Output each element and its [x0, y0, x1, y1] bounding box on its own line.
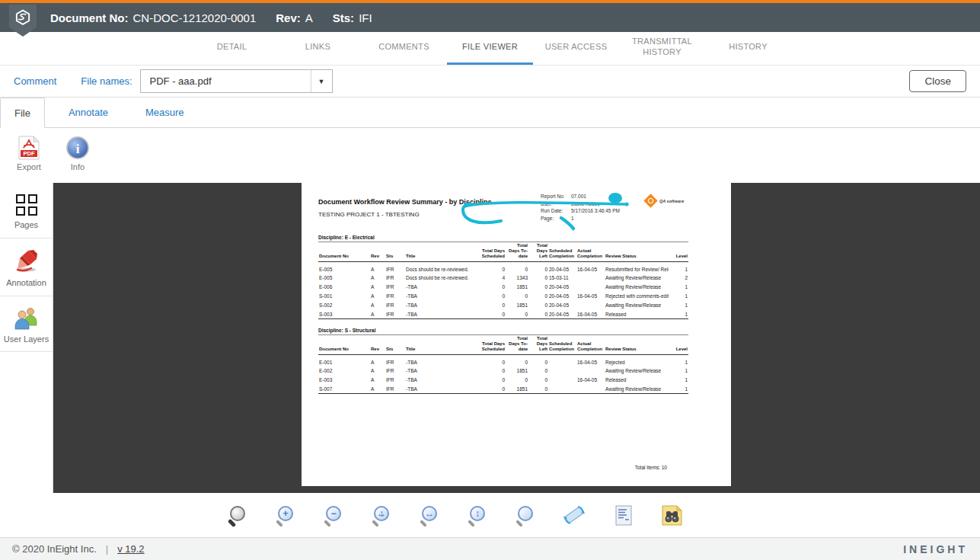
viewer-bottom-toolbar: + − ↔↕ ↔ ↕ — [0, 493, 980, 537]
sts-value: IFI — [359, 11, 372, 24]
version-link[interactable]: v 19.2 — [117, 543, 144, 555]
fit-height-icon[interactable]: ↕ — [467, 504, 485, 526]
qa-software-logo: QA software — [646, 196, 684, 206]
total-items: Total Items: 10 — [635, 465, 667, 470]
users-icon — [13, 306, 40, 330]
export-button[interactable]: PDF Export — [12, 136, 46, 183]
column-header: Level — [669, 334, 688, 354]
document-no-value: CN-DOC-1212020-0001 — [133, 11, 257, 24]
report-row: S-001AIFR-TBA00020-04-0516-04-05Rejected… — [318, 292, 688, 301]
svg-text:i: i — [76, 142, 80, 156]
subtab-annotate[interactable]: Annotate — [55, 98, 122, 127]
tab-transmittal-history[interactable]: TRANSMITTAL HISTORY — [619, 32, 705, 65]
sidebar-item-pages[interactable]: Pages — [0, 183, 53, 238]
rev-value: A — [305, 11, 313, 24]
magnifier-tool-icon[interactable] — [227, 504, 245, 526]
column-header: Review Status — [605, 242, 669, 262]
zoom-out-icon[interactable]: − — [323, 504, 341, 526]
file-names-select[interactable]: PDF - aaa.pdf ▼ — [140, 69, 333, 93]
sts-label: Sts: — [333, 11, 354, 24]
rev-label: Rev: — [276, 11, 301, 24]
viewer-area: Pages Annotation User Layers — [0, 183, 980, 493]
column-header: Review Status — [605, 334, 669, 354]
marker-pen-icon — [14, 248, 40, 274]
viewer-sub-tabs: File Annotate Measure — [0, 98, 980, 128]
file-bar: Comment File names: PDF - aaa.pdf ▼ Clos… — [0, 66, 980, 98]
column-header: Total Days Scheduled — [475, 242, 506, 262]
column-header: Total Days Scheduled — [475, 334, 506, 354]
sidebar-item-user-layers[interactable]: User Layers — [0, 296, 53, 353]
qa-logo-text: QA software — [659, 199, 684, 203]
text-view-icon[interactable] — [615, 505, 632, 526]
pdf-page: Document Workflow Review Summary - by Di… — [302, 183, 731, 486]
column-header: Document No — [318, 334, 370, 354]
viewer-sidebar: Pages Annotation User Layers — [0, 183, 53, 493]
tab-user-access[interactable]: USER ACCESS — [533, 32, 619, 65]
subtab-measure[interactable]: Measure — [132, 98, 198, 127]
column-header: Scheduled Completion — [548, 334, 576, 354]
page-label: Page: — [541, 216, 571, 221]
report-row: E-001AIFR-TBA00016-04-05Rejected1 — [318, 354, 688, 366]
svg-text:PDF: PDF — [24, 150, 35, 157]
subtab-file[interactable]: File — [0, 98, 45, 128]
column-header: Title — [405, 334, 475, 354]
info-button[interactable]: i Info — [61, 136, 94, 183]
report-row: E-006AIFR-TBA01851020-04-05Awaiting Revi… — [318, 283, 688, 292]
tab-history[interactable]: HISTORY — [705, 32, 791, 65]
report-section: Discipline: S - StructuralDocument NoRev… — [318, 328, 714, 394]
column-header: Title — [405, 242, 475, 262]
footer-separator: | — [106, 543, 108, 555]
tab-comments[interactable]: COMMENTS — [361, 32, 447, 65]
column-header: Actual Completion — [576, 334, 605, 354]
ineight-wordmark: INEIGHT — [903, 543, 968, 555]
zoom-in-icon[interactable]: + — [275, 504, 293, 526]
user-layers-label: User Layers — [4, 334, 49, 345]
fit-page-icon[interactable]: ↔↕ — [371, 504, 389, 526]
export-label: Export — [17, 162, 41, 171]
copyright-text: © 2020 InEight Inc. — [12, 543, 97, 555]
report-row: S-002AIFR-TBA01851020-04-05Awaiting Revi… — [318, 300, 688, 309]
selected-file-value: PDF - aaa.pdf — [141, 75, 311, 87]
report-section: Discipline: E - ElectricalDocument NoRev… — [318, 235, 714, 319]
document-canvas[interactable]: Document Workflow Review Summary - by Di… — [53, 183, 980, 493]
zoom-selection-icon[interactable] — [515, 504, 533, 526]
pdf-report-info: Report No:07.001 User:David Robb Run Dat… — [541, 194, 620, 222]
annotation-label: Annotation — [6, 278, 46, 289]
info-label: Info — [71, 162, 85, 171]
pages-grid-icon — [16, 194, 37, 216]
fit-width-icon[interactable]: ↔ — [419, 504, 437, 526]
report-row: S-003AIFR-TBA00020-04-0516-04-05Released… — [318, 309, 688, 318]
report-row: E-005AIFRDocs should be re-reviewed.4134… — [318, 274, 688, 283]
close-button[interactable]: Close — [909, 70, 966, 92]
report-row: S-007AIFR-TBA018510Awaiting Review/Relea… — [318, 385, 688, 394]
rotate-icon[interactable] — [563, 504, 586, 526]
report-row: E-005AIFRDocs should be re-reviewed.0002… — [318, 261, 688, 274]
column-header: Sts — [385, 334, 405, 354]
pages-label: Pages — [14, 220, 38, 231]
column-header: Document No — [318, 242, 370, 262]
report-no-label: Report No: — [541, 194, 571, 199]
info-icon: i — [65, 136, 90, 160]
tab-links[interactable]: LINKS — [275, 32, 361, 65]
sidebar-item-annotation[interactable]: Annotation — [0, 238, 53, 296]
column-header: Sts — [385, 242, 405, 262]
page-value: 1 — [571, 216, 574, 221]
app-footer: © 2020 InEight Inc. | v 19.2 INEIGHT — [0, 537, 980, 560]
pdf-sections: Discipline: E - ElectricalDocument NoRev… — [318, 235, 714, 394]
report-row: E-002AIFR-TBA018510Awaiting Review/Relea… — [318, 366, 688, 376]
chevron-down-icon[interactable]: ▼ — [311, 70, 332, 92]
user-label: User: — [541, 201, 571, 206]
run-date-label: Run Date: — [541, 208, 571, 213]
column-header: Scheduled Completion — [548, 242, 576, 262]
column-header: Total Days To-date — [506, 242, 528, 262]
app-header: Document No: CN-DOC-1212020-0001 Rev: A … — [0, 3, 980, 32]
tab-file-viewer[interactable]: FILE VIEWER — [447, 32, 533, 65]
comment-link[interactable]: Comment — [14, 75, 56, 87]
main-tab-bar: DETAIL LINKS COMMENTS FILE VIEWER USER A… — [0, 32, 980, 66]
run-date-value: 5/17/2016 3:46:45 PM — [571, 208, 620, 213]
ineight-shield-logo-icon — [8, 5, 37, 38]
search-binoculars-icon[interactable] — [662, 505, 682, 526]
tab-detail[interactable]: DETAIL — [189, 32, 275, 65]
column-header: Total Days Left — [528, 242, 548, 262]
column-header: Level — [669, 242, 688, 262]
